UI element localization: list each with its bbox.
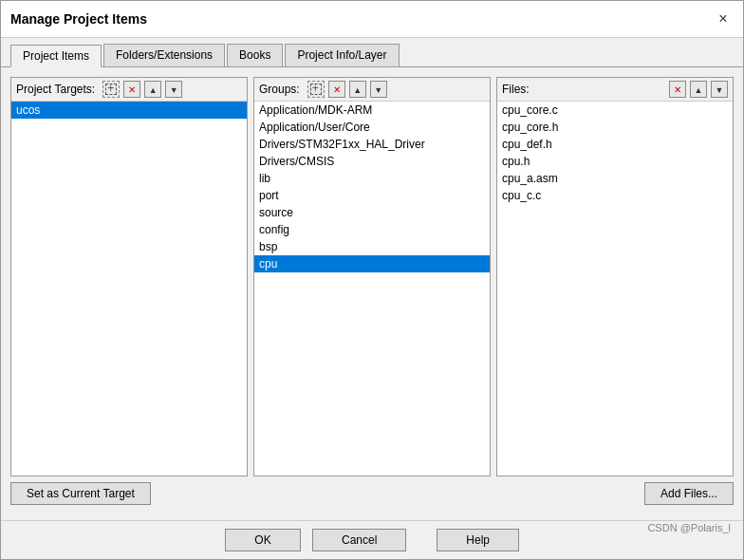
groups-header: Groups: + bbox=[254, 78, 490, 102]
list-item[interactable]: lib bbox=[254, 170, 490, 187]
watermark-text: CSDN @Polaris_l bbox=[647, 522, 731, 533]
tab-project-items[interactable]: Project Items bbox=[10, 45, 102, 67]
cancel-button[interactable]: Cancel bbox=[312, 529, 406, 551]
list-item[interactable]: cpu bbox=[254, 255, 490, 272]
list-item[interactable]: cpu_core.c bbox=[497, 102, 733, 119]
targets-add-button[interactable]: + bbox=[102, 81, 120, 98]
groups-listbox[interactable]: Application/MDK-ARMApplication/User/Core… bbox=[254, 102, 490, 476]
list-item[interactable]: config bbox=[254, 221, 490, 238]
groups-up-button[interactable] bbox=[349, 81, 366, 98]
add-files-button[interactable]: Add Files... bbox=[644, 482, 734, 505]
list-item[interactable]: port bbox=[254, 187, 490, 204]
groups-add-button[interactable]: + bbox=[307, 81, 325, 98]
dialog: Manage Project Items × Project Items Fol… bbox=[0, 0, 744, 560]
targets-delete-icon bbox=[128, 84, 136, 95]
project-targets-header: Project Targets: + bbox=[11, 78, 247, 102]
groups-add-icon: + bbox=[310, 84, 322, 95]
list-item[interactable]: Drivers/STM32F1xx_HAL_Driver bbox=[254, 136, 490, 153]
files-delete-button[interactable] bbox=[669, 81, 686, 98]
groups-delete-icon bbox=[333, 84, 341, 95]
bottom-bar: Set as Current Target Add Files... bbox=[10, 476, 734, 511]
files-label: Files: bbox=[502, 83, 530, 96]
panels-container: Project Targets: + bbox=[10, 77, 734, 476]
list-item[interactable]: Application/MDK-ARM bbox=[254, 102, 490, 119]
targets-delete-button[interactable] bbox=[123, 81, 140, 98]
list-item[interactable]: cpu_def.h bbox=[497, 136, 733, 153]
tab-project-info-layer[interactable]: Project Info/Layer bbox=[285, 44, 399, 66]
files-up-button[interactable] bbox=[690, 81, 707, 98]
targets-add-icon: + bbox=[105, 84, 117, 95]
project-targets-label: Project Targets: bbox=[16, 83, 95, 96]
list-item[interactable]: cpu_a.asm bbox=[497, 170, 733, 187]
list-item[interactable]: cpu_c.c bbox=[497, 187, 733, 204]
targets-down-icon bbox=[170, 84, 178, 95]
tab-books[interactable]: Books bbox=[227, 44, 283, 66]
targets-up-button[interactable] bbox=[144, 81, 161, 98]
footer: OK Cancel Help bbox=[1, 520, 743, 559]
groups-down-button[interactable] bbox=[370, 81, 387, 98]
groups-delete-button[interactable] bbox=[328, 81, 345, 98]
groups-panel: Groups: + Applic bbox=[253, 77, 491, 476]
targets-up-icon bbox=[149, 84, 158, 95]
help-button[interactable]: Help bbox=[437, 529, 519, 551]
dialog-title: Manage Project Items bbox=[10, 11, 147, 27]
files-up-icon bbox=[695, 84, 703, 95]
list-item[interactable]: source bbox=[254, 204, 490, 221]
main-content: Project Targets: + bbox=[1, 67, 743, 520]
targets-listbox[interactable]: ucos bbox=[11, 102, 247, 476]
close-button[interactable]: × bbox=[713, 9, 734, 29]
list-item[interactable]: cpu_core.h bbox=[497, 119, 733, 136]
list-item[interactable]: cpu.h bbox=[497, 153, 733, 170]
groups-label: Groups: bbox=[259, 83, 300, 96]
groups-up-icon bbox=[353, 84, 362, 95]
list-item[interactable]: bsp bbox=[254, 238, 490, 255]
groups-down-icon bbox=[374, 84, 382, 95]
tab-bar: Project Items Folders/Extensions Books P… bbox=[1, 38, 743, 67]
list-item[interactable]: Drivers/CMSIS bbox=[254, 153, 490, 170]
files-delete-icon bbox=[674, 84, 681, 95]
list-item[interactable]: ucos bbox=[11, 102, 247, 119]
set-target-button[interactable]: Set as Current Target bbox=[10, 482, 151, 505]
ok-button[interactable]: OK bbox=[225, 529, 301, 551]
tab-folders-extensions[interactable]: Folders/Extensions bbox=[103, 44, 225, 66]
list-item[interactable]: Application/User/Core bbox=[254, 119, 490, 136]
files-listbox[interactable]: cpu_core.ccpu_core.hcpu_def.hcpu.hcpu_a.… bbox=[497, 102, 733, 476]
files-panel: Files: cpu_core.ccpu_core.hcpu_def.hcpu.… bbox=[496, 77, 734, 476]
files-down-icon bbox=[716, 84, 724, 95]
files-header: Files: bbox=[497, 78, 733, 102]
project-targets-panel: Project Targets: + bbox=[10, 77, 248, 476]
title-bar: Manage Project Items × bbox=[1, 1, 743, 38]
files-down-button[interactable] bbox=[711, 81, 728, 98]
targets-down-button[interactable] bbox=[165, 81, 182, 98]
